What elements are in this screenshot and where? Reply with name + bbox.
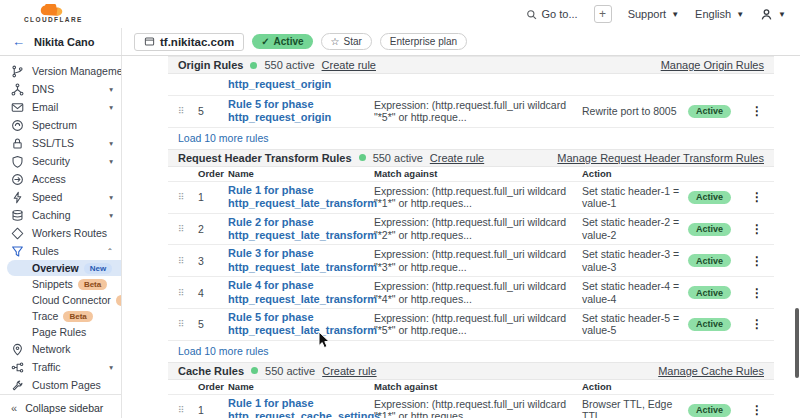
collapse-sidebar-button[interactable]: «Collapse sidebar (0, 394, 121, 418)
section-title: Request Header Transform Rules (178, 152, 352, 164)
active-count: 550 active (373, 152, 423, 164)
sidebar-item-custom-pages[interactable]: Custom Pages (0, 376, 121, 394)
git-branch-icon (11, 65, 25, 78)
drag-handle-icon[interactable]: ⠿ (178, 319, 194, 329)
chevron-down-icon: ▾ (109, 139, 113, 148)
sidebar-item-overview[interactable]: OverviewNew (7, 260, 121, 276)
create-rule-link[interactable]: Create rule (322, 59, 376, 71)
rule-link[interactable]: Rule 1 for phasehttp_request_cache_setti… (228, 397, 370, 418)
manage-origin-rules-link[interactable]: Manage Origin Rules (661, 59, 764, 71)
sidebar-item-label: Spectrum (32, 119, 77, 131)
star-button[interactable]: ☆ Star (321, 33, 372, 50)
drag-handle-icon[interactable]: ⠿ (178, 256, 194, 266)
sidebar-item-spectrum[interactable]: Spectrum (0, 116, 121, 134)
sidebar-item-label: Overview (32, 262, 79, 274)
rule-link[interactable]: Rule 2 for phasehttp_request_late_transf… (228, 216, 370, 243)
rule-order: 5 (198, 105, 224, 117)
load-more-link[interactable]: Load 10 more rules (178, 132, 268, 144)
kebab-menu-icon[interactable]: ⋮ (750, 317, 764, 331)
drag-handle-icon[interactable]: ⠿ (178, 224, 194, 234)
load-more-link[interactable]: Load 10 more rules (178, 345, 268, 357)
rule-link[interactable]: Rule 1 for phasehttp_request_late_transf… (228, 184, 370, 211)
sidebar-item-cloud-connector[interactable]: Cloud ConnectorBeta (0, 292, 121, 308)
request-header-transform-rules-section: Request Header Transform Rules 550 activ… (168, 149, 774, 362)
sidebar-item-rules[interactable]: Rules⌃ (0, 242, 121, 260)
top-bar: CLOUDFLARE Go to... + Support ▼ English … (0, 0, 800, 28)
sidebar-item-dns[interactable]: DNS▾ (0, 80, 121, 98)
create-rule-link[interactable]: Create rule (430, 152, 484, 164)
support-menu[interactable]: Support ▼ (628, 8, 679, 20)
load-more-row: Load 10 more rules (168, 341, 774, 362)
beta-badge: Beta (78, 279, 107, 290)
cloudflare-wordmark: CLOUDFLARE (24, 17, 83, 24)
status-dot-icon (359, 154, 366, 161)
sidebar-item-security[interactable]: Security▾ (0, 152, 121, 170)
sidebar-item-version-management[interactable]: Version Management (0, 62, 121, 80)
plus-icon: + (599, 7, 606, 21)
sidebar-item-speed[interactable]: Speed▾ (0, 188, 121, 206)
create-rule-link[interactable]: Create rule (322, 365, 376, 377)
sidebar-item-label: Speed (32, 191, 62, 203)
drag-handle-icon[interactable]: ⠿ (178, 192, 194, 202)
sidebar-item-caching[interactable]: Caching▾ (0, 206, 121, 224)
kebab-menu-icon[interactable]: ⋮ (750, 403, 764, 417)
sidebar-item-label: Email (32, 101, 58, 113)
kebab-menu-icon[interactable]: ⋮ (750, 254, 764, 268)
status-dot-icon (251, 367, 258, 374)
sidebar-item-email[interactable]: Email▾ (0, 98, 121, 116)
sidebar-item-label: Traffic (32, 361, 61, 373)
table-row: ⠿ 4 Rule 4 for phasehttp_request_late_tr… (168, 277, 774, 309)
sidebar-item-workers-routes[interactable]: Workers Routes (0, 224, 121, 242)
sidebar-item-access[interactable]: Access (0, 170, 121, 188)
rule-order: 3 (198, 255, 224, 267)
rule-link[interactable]: Rule 5 for phasehttp_request_late_transf… (228, 311, 370, 338)
custom-pages-icon (11, 379, 25, 392)
domain-selector[interactable]: tf.nikitac.com (134, 33, 244, 51)
star-icon: ☆ (331, 36, 340, 47)
scrollbar-thumb[interactable] (795, 308, 799, 378)
active-badge: Active (688, 191, 731, 204)
sidebar-nav: Version ManagementDNS▾Email▾SpectrumSSL/… (0, 56, 122, 418)
search-icon (526, 9, 537, 20)
goto-search[interactable]: Go to... (526, 8, 578, 20)
sidebar-item-traffic[interactable]: Traffic▾ (0, 358, 121, 376)
drag-handle-icon[interactable]: ⠿ (178, 405, 194, 415)
caching-icon (11, 209, 25, 222)
col-header-action: Action (582, 381, 684, 392)
rule-link[interactable]: Rule 5 for phasehttp_request_origin (228, 98, 370, 125)
sidebar-item-label: DNS (32, 83, 54, 95)
cloudflare-logo[interactable]: CLOUDFLARE (24, 4, 83, 24)
rule-link[interactable]: Rule 4 for phasehttp_request_late_transf… (228, 279, 370, 306)
sidebar-item-trace[interactable]: TraceBeta (0, 308, 121, 324)
add-button[interactable]: + (594, 5, 612, 23)
sidebar-item-page-rules[interactable]: Page Rules (0, 324, 121, 340)
sidebar-item-label: Rules (32, 245, 59, 257)
dns-icon (11, 83, 25, 96)
chevron-down-icon: ▾ (109, 193, 113, 202)
sidebar-item-network[interactable]: Network (0, 340, 121, 358)
rule-link[interactable]: Rule 3 for phasehttp_request_late_transf… (228, 247, 370, 274)
funnel-icon (11, 245, 25, 258)
kebab-menu-icon[interactable]: ⋮ (750, 104, 764, 118)
active-badge: Active (688, 254, 731, 267)
drag-handle-icon[interactable]: ⠿ (178, 106, 194, 116)
manage-request-header-transform-rules-link[interactable]: Manage Request Header Transform Rules (557, 152, 764, 164)
sidebar-item-snippets[interactable]: SnippetsBeta (0, 276, 121, 292)
kebab-menu-icon[interactable]: ⋮ (750, 190, 764, 204)
rule-match: Expression: (http.request.full_uri wildc… (374, 312, 578, 337)
status-dot-icon (250, 62, 257, 69)
sidebar-item-ssl-tls[interactable]: SSL/TLS▾ (0, 134, 121, 152)
kebab-menu-icon[interactable]: ⋮ (750, 286, 764, 300)
chevron-up-icon: ⌃ (107, 247, 113, 256)
back-arrow-icon[interactable]: ← (12, 34, 25, 49)
rule-link[interactable]: http_request_origin (228, 78, 331, 90)
col-header-name: Name (228, 168, 370, 179)
workers-routes-icon (11, 227, 25, 240)
goto-search-label: Go to... (542, 8, 578, 20)
language-menu[interactable]: English ▼ (695, 8, 744, 20)
account-name[interactable]: Nikita Cano (34, 36, 95, 48)
manage-cache-rules-link[interactable]: Manage Cache Rules (658, 365, 764, 377)
user-menu[interactable]: ▼ (760, 8, 786, 21)
kebab-menu-icon[interactable]: ⋮ (750, 222, 764, 236)
drag-handle-icon[interactable]: ⠿ (178, 288, 194, 298)
